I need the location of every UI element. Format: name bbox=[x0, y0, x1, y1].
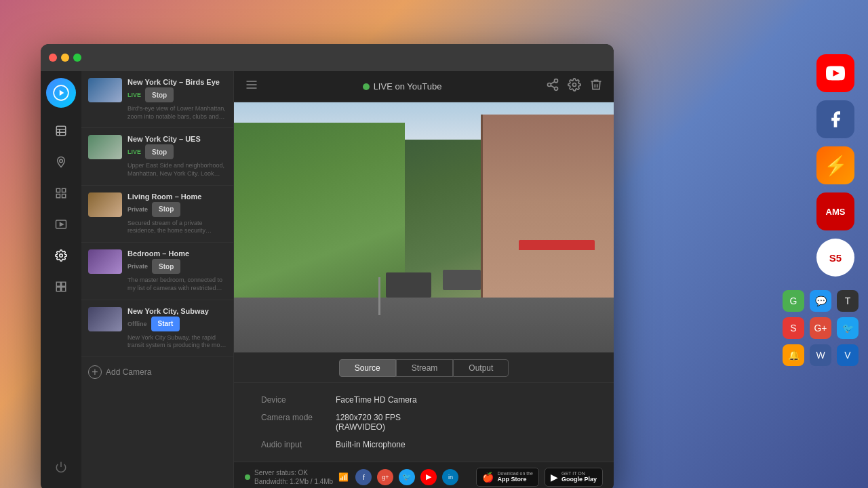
tab-source[interactable]: Source bbox=[339, 359, 396, 377]
nav-icon-settings[interactable] bbox=[49, 243, 73, 268]
camera-mode-label: Camera mode bbox=[261, 413, 322, 432]
share-icon[interactable] bbox=[546, 78, 559, 95]
camera-mode-value: 868x488 30 FPS (RAWVIDEO) bbox=[336, 413, 424, 432]
camera-btn-bedroom[interactable]: Stop bbox=[152, 259, 180, 274]
nav-icon-media[interactable] bbox=[49, 212, 73, 237]
delete-icon[interactable] bbox=[589, 78, 603, 95]
svg-rect-2 bbox=[56, 126, 66, 136]
svg-rect-16 bbox=[56, 287, 60, 291]
nav-icon-plus[interactable] bbox=[49, 274, 73, 299]
menu-icon[interactable] bbox=[245, 78, 258, 95]
camera-item-bedroom[interactable]: Bedroom – Home Private Stop The master b… bbox=[81, 243, 233, 300]
camera-thumb-living-room bbox=[88, 192, 122, 217]
mini-icon-3[interactable]: T bbox=[837, 290, 859, 312]
camera-item-nyc-ues[interactable]: New York City – UES LIVE Stop Upper East… bbox=[81, 128, 233, 185]
thunder-desktop-icon[interactable]: ⚡ bbox=[816, 146, 854, 184]
camera-thumb-bedroom bbox=[88, 249, 122, 274]
youtube-desktop-icon[interactable] bbox=[816, 54, 854, 92]
camera-btn-nyc-subway[interactable]: Start bbox=[151, 317, 180, 331]
social-twitter[interactable]: 🐦 bbox=[399, 469, 415, 485]
badge-main-app-store: App Store bbox=[497, 476, 533, 483]
facebook-desktop-icon[interactable] bbox=[816, 100, 854, 138]
nav-icon-book[interactable] bbox=[49, 119, 73, 143]
social-googleplus[interactable]: g+ bbox=[377, 469, 393, 485]
mini-icon-2[interactable]: 💬 bbox=[810, 290, 831, 312]
mini-icon-5[interactable]: G+ bbox=[810, 317, 831, 339]
s5-desktop-icon[interactable]: S5 bbox=[816, 239, 854, 277]
power-button[interactable] bbox=[49, 455, 73, 479]
mini-icon-4[interactable]: S bbox=[783, 317, 804, 339]
social-linkedin[interactable]: in bbox=[442, 469, 458, 485]
svg-point-27 bbox=[573, 83, 576, 87]
svg-rect-15 bbox=[62, 282, 66, 286]
mini-icon-9[interactable]: V bbox=[837, 344, 859, 366]
live-dot bbox=[363, 83, 370, 90]
svg-point-13 bbox=[60, 254, 63, 258]
badge-sub-app-store: Download on the bbox=[497, 471, 533, 476]
svg-point-23 bbox=[548, 83, 551, 87]
camera-desc-nyc-ues: Upper East Side and neighborhood, Manhat… bbox=[88, 162, 226, 178]
street-scene bbox=[234, 102, 614, 352]
settings-icon[interactable] bbox=[568, 78, 581, 95]
add-camera-icon: + bbox=[88, 365, 102, 379]
server-status-dot bbox=[245, 474, 250, 480]
tab-stream[interactable]: Stream bbox=[396, 359, 454, 377]
svg-point-6 bbox=[60, 159, 63, 163]
ams-desktop-icon[interactable]: AMS bbox=[816, 192, 854, 230]
mini-icon-6[interactable]: 🐦 bbox=[837, 317, 859, 339]
camera-name-bedroom: Bedroom – Home bbox=[127, 249, 226, 258]
svg-rect-8 bbox=[62, 188, 66, 192]
minimize-button[interactable] bbox=[61, 54, 69, 62]
badge-google-play[interactable]: ▶ GET IT ON Google Play bbox=[545, 468, 603, 487]
desktop-icons-bottom: G 💬 T S G+ 🐦 🔔 W V bbox=[783, 290, 859, 366]
svg-line-26 bbox=[551, 81, 555, 83]
mini-icon-1[interactable]: G bbox=[783, 290, 804, 312]
svg-rect-14 bbox=[56, 282, 60, 286]
camera-btn-living-room[interactable]: Stop bbox=[152, 202, 180, 217]
main-content: New York City – Birds Eye LIVE Stop Bird… bbox=[41, 71, 614, 488]
mini-icon-8[interactable]: W bbox=[810, 344, 831, 366]
badge-app-store[interactable]: 🍎 Download on the App Store bbox=[476, 468, 539, 487]
social-youtube[interactable]: ▶ bbox=[420, 469, 437, 485]
camera-desc-bedroom: The master bedroom, connected to my list… bbox=[88, 277, 226, 292]
camera-desc-nyc-subway: New York City Subway, the rapid transit … bbox=[88, 334, 226, 350]
sidebar-nav bbox=[41, 71, 81, 488]
top-bar: LIVE on YouTube bbox=[234, 71, 614, 102]
app-store-badges: 🍎 Download on the App Store ▶ GET IT ON … bbox=[476, 468, 603, 487]
badge-icon-app-store: 🍎 bbox=[482, 472, 494, 483]
nav-icon-location[interactable] bbox=[49, 150, 73, 174]
svg-marker-12 bbox=[60, 223, 64, 226]
camera-btn-nyc-ues[interactable]: Stop bbox=[145, 144, 174, 159]
bandwidth-label: Bandwidth: 1.2Mb / 1.4Mb bbox=[254, 477, 333, 486]
camera-name-nyc-subway: New York City, Subway bbox=[127, 307, 226, 315]
tab-output[interactable]: Output bbox=[453, 359, 509, 377]
main-window: New York City – Birds Eye LIVE Stop Bird… bbox=[41, 44, 614, 488]
info-grid: Device FaceTime HD Camera Camera mode 12… bbox=[234, 383, 614, 462]
add-camera-button[interactable]: +Add Camera bbox=[81, 357, 233, 387]
footer-social: f g+ 🐦 ▶ in bbox=[355, 469, 458, 485]
camera-name-living-room: Living Room – Home bbox=[127, 192, 226, 201]
top-bar-actions bbox=[546, 78, 603, 95]
social-facebook[interactable]: f bbox=[355, 469, 372, 485]
maximize-button[interactable] bbox=[73, 54, 81, 62]
mini-icon-7[interactable]: 🔔 bbox=[783, 344, 804, 366]
camera-item-nyc-subway[interactable]: New York City, Subway Offline Start New … bbox=[81, 300, 233, 357]
server-status: Server status: OK Bandwidth: 1.2Mb / 1.4… bbox=[245, 468, 349, 486]
camera-item-living-room[interactable]: Living Room – Home Private Stop Secured … bbox=[81, 186, 233, 243]
bandwidth-icon: 📶 bbox=[338, 472, 349, 482]
close-button[interactable] bbox=[49, 54, 57, 62]
svg-rect-9 bbox=[56, 195, 60, 198]
camera-status-bedroom: Private bbox=[127, 262, 148, 270]
camera-item-nyc-birds-eye[interactable]: New York City – Birds Eye LIVE Stop Bird… bbox=[81, 71, 233, 128]
audio-input-value: Built-in Microphone bbox=[336, 440, 406, 449]
bottom-section: SourceStreamOutput Device FaceTime HD Ca… bbox=[234, 352, 614, 462]
audio-input-row: Audio input Built-in Microphone bbox=[261, 436, 424, 453]
camera-thumb-nyc-ues bbox=[88, 135, 122, 159]
camera-status-nyc-subway: Offline bbox=[127, 320, 147, 328]
device-value: FaceTime HD Camera bbox=[336, 395, 417, 405]
camera-btn-nyc-birds-eye[interactable]: Stop bbox=[145, 87, 174, 102]
svg-rect-7 bbox=[56, 188, 60, 192]
app-logo[interactable] bbox=[46, 78, 76, 108]
device-label: Device bbox=[261, 395, 322, 405]
nav-icon-grid[interactable] bbox=[49, 181, 73, 205]
